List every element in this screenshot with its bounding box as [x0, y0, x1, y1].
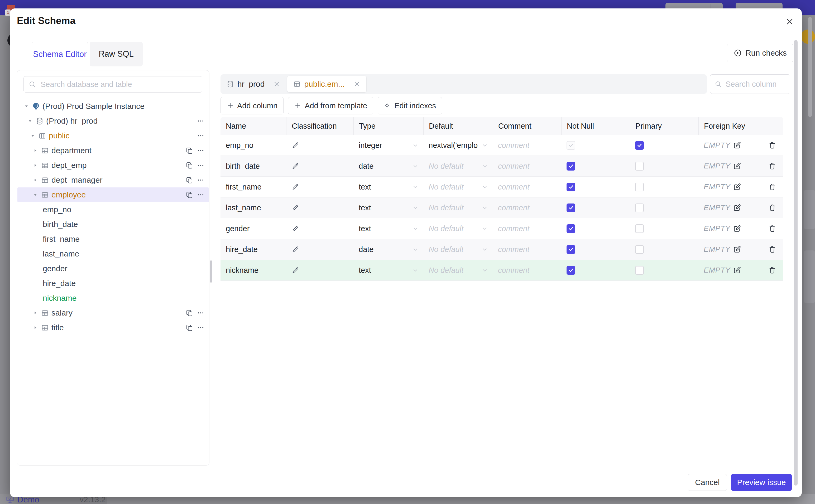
trash-icon[interactable] — [768, 162, 777, 170]
edit-box-icon[interactable] — [733, 141, 741, 149]
caret-right-icon[interactable] — [32, 177, 38, 183]
cell-type[interactable]: text — [353, 260, 423, 280]
add-from-template-button[interactable]: Add from template — [288, 97, 373, 114]
editor-tab-public-employee[interactable]: public.em... — [287, 76, 366, 92]
primary-checkbox[interactable] — [635, 266, 644, 275]
default-value[interactable]: nextval('employ — [429, 141, 478, 150]
pencil-icon[interactable] — [291, 141, 299, 149]
caret-down-icon[interactable] — [27, 118, 33, 124]
caret-right-icon[interactable] — [32, 162, 38, 168]
chevron-down-icon[interactable] — [412, 183, 419, 191]
tree-item-public[interactable]: public — [17, 128, 209, 143]
database-search-input[interactable] — [40, 80, 197, 89]
primary-checkbox[interactable] — [635, 141, 644, 150]
trash-icon[interactable] — [768, 266, 777, 274]
cell-name[interactable]: nickname — [220, 260, 286, 280]
cell-comment[interactable]: comment — [493, 156, 561, 176]
panel-resize-handle[interactable] — [210, 260, 212, 283]
cell-comment[interactable]: comment — [493, 177, 561, 197]
ellipsis-menu-icon[interactable] — [196, 190, 205, 199]
copy-icon[interactable] — [185, 161, 194, 170]
edit-indexes-button[interactable]: Edit indexes — [378, 97, 442, 114]
not-null-checkbox[interactable] — [567, 266, 575, 275]
edit-box-icon[interactable] — [733, 224, 741, 233]
tree-item-department[interactable]: department — [17, 143, 209, 158]
tree-item-nickname[interactable]: nickname — [17, 291, 209, 306]
ellipsis-menu-icon[interactable] — [196, 323, 205, 332]
ellipsis-menu-icon[interactable] — [196, 176, 205, 185]
not-null-checkbox[interactable] — [567, 162, 575, 171]
tree-item-dept_emp[interactable]: dept_emp — [17, 158, 209, 173]
tree-item-birth_date[interactable]: birth_date — [17, 217, 209, 232]
chevron-down-icon[interactable] — [412, 204, 419, 211]
caret-right-icon[interactable] — [32, 324, 38, 331]
cell-default[interactable]: No default — [423, 260, 493, 280]
chevron-down-icon[interactable] — [481, 266, 489, 274]
default-placeholder[interactable]: No default — [429, 162, 464, 171]
cell-comment[interactable]: comment — [493, 260, 561, 280]
chevron-down-icon[interactable] — [481, 246, 489, 253]
chevron-down-icon[interactable] — [412, 225, 419, 232]
pencil-icon[interactable] — [291, 162, 299, 170]
cell-name[interactable]: hire_date — [220, 239, 286, 260]
cell-type[interactable]: text — [353, 177, 423, 197]
cell-type[interactable]: date — [353, 239, 423, 260]
edit-box-icon[interactable] — [733, 203, 741, 212]
cell-default[interactable]: No default — [423, 239, 493, 260]
ellipsis-menu-icon[interactable] — [196, 117, 205, 125]
cell-name[interactable]: emp_no — [220, 135, 286, 156]
cell-name[interactable]: gender — [220, 218, 286, 239]
ellipsis-menu-icon[interactable] — [196, 146, 205, 155]
copy-icon[interactable] — [185, 146, 194, 155]
pencil-icon[interactable] — [291, 266, 299, 274]
default-placeholder[interactable]: No default — [429, 245, 464, 254]
default-placeholder[interactable]: No default — [429, 266, 464, 275]
chevron-down-icon[interactable] — [412, 266, 419, 274]
chevron-down-icon[interactable] — [481, 183, 489, 191]
caret-right-icon[interactable] — [32, 147, 38, 154]
tree-item-salary[interactable]: salary — [17, 306, 209, 320]
caret-down-icon[interactable] — [30, 133, 36, 139]
pencil-icon[interactable] — [291, 204, 299, 212]
chevron-down-icon[interactable] — [481, 204, 489, 211]
tree-item-employee[interactable]: employee — [17, 187, 209, 202]
trash-icon[interactable] — [768, 245, 777, 254]
editor-tab-hr-prod[interactable]: hr_prod — [220, 74, 286, 94]
caret-right-icon[interactable] — [32, 310, 38, 316]
pencil-icon[interactable] — [291, 225, 299, 232]
copy-icon[interactable] — [185, 308, 194, 317]
column-search-input[interactable] — [725, 80, 786, 89]
cell-name[interactable]: birth_date — [220, 156, 286, 176]
not-null-checkbox[interactable] — [567, 183, 575, 191]
copy-icon[interactable] — [185, 190, 194, 199]
pencil-icon[interactable] — [291, 245, 299, 253]
cell-name[interactable]: last_name — [220, 197, 286, 218]
cell-type[interactable]: integer — [353, 135, 423, 156]
tree-item--prod-prod-sample-instance[interactable]: (Prod) Prod Sample Instance — [17, 99, 209, 114]
preview-issue-button[interactable]: Preview issue — [731, 474, 792, 491]
chevron-down-icon[interactable] — [412, 162, 419, 170]
ellipsis-menu-icon[interactable] — [196, 308, 205, 317]
cell-default[interactable]: No default — [423, 218, 493, 239]
cell-comment[interactable]: comment — [493, 135, 561, 156]
tab-schema-editor[interactable]: Schema Editor — [32, 42, 88, 67]
edit-box-icon[interactable] — [733, 183, 741, 191]
default-placeholder[interactable]: No default — [429, 203, 464, 212]
close-tab-icon[interactable] — [353, 80, 360, 88]
add-column-button[interactable]: Add column — [220, 97, 283, 114]
cell-type[interactable]: text — [353, 197, 423, 218]
cell-default[interactable]: nextval('employ — [423, 135, 493, 156]
trash-icon[interactable] — [768, 203, 777, 212]
run-checks-button[interactable]: Run checks — [727, 44, 793, 62]
trash-icon[interactable] — [768, 183, 777, 191]
ellipsis-menu-icon[interactable] — [196, 161, 205, 170]
not-null-checkbox[interactable] — [567, 245, 575, 254]
cell-type[interactable]: text — [353, 218, 423, 239]
copy-icon[interactable] — [185, 176, 194, 185]
edit-box-icon[interactable] — [733, 245, 741, 254]
primary-checkbox[interactable] — [635, 245, 644, 254]
tree-item-hire_date[interactable]: hire_date — [17, 276, 209, 291]
tree-item-title[interactable]: title — [17, 320, 209, 335]
chevron-down-icon[interactable] — [481, 225, 489, 232]
default-placeholder[interactable]: No default — [429, 224, 464, 233]
